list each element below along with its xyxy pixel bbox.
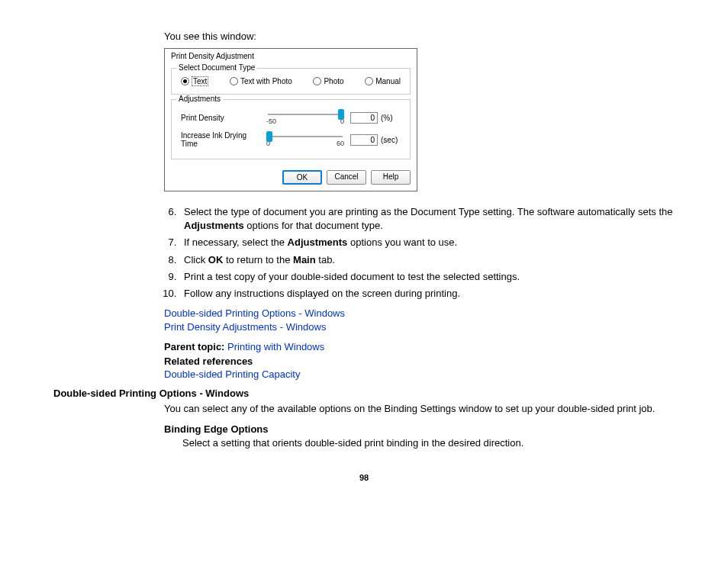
radio-icon: [365, 77, 373, 85]
radio-photo[interactable]: Photo: [313, 77, 343, 85]
radio-photo-label: Photo: [324, 77, 343, 85]
page-number: 98: [53, 473, 675, 482]
radio-manual[interactable]: Manual: [365, 77, 401, 85]
drying-time-unit: (sec): [381, 136, 401, 144]
print-density-label: Print Density: [181, 114, 265, 122]
radio-icon: [181, 77, 189, 85]
instruction-list: Select the type of document you are prin…: [164, 205, 675, 301]
drying-time-row: Increase Ink Drying Time 0 60 0 (sec): [178, 128, 404, 151]
print-density-unit: (%): [381, 114, 401, 122]
print-density-slider[interactable]: [268, 114, 343, 115]
section-body: You can select any of the available opti…: [164, 402, 675, 416]
section-heading-double-sided: Double-sided Printing Options - Windows: [53, 388, 675, 399]
binding-edge-body: Select a setting that orients double-sid…: [182, 436, 675, 450]
radio-text-photo[interactable]: Text with Photo: [230, 77, 292, 85]
radio-icon: [230, 77, 238, 85]
binding-edge-heading: Binding Edge Options: [164, 423, 675, 435]
step-7: If necessary, select the Adjustments opt…: [179, 236, 675, 249]
slider-thumb-icon[interactable]: [266, 131, 272, 142]
step-9: Print a test copy of your double-sided d…: [179, 270, 675, 284]
slider-tick-max: 60: [337, 140, 344, 147]
step-10: Follow any instructions displayed on the…: [179, 287, 675, 301]
link-printing-with-windows[interactable]: Printing with Windows: [227, 341, 324, 352]
step-6: Select the type of document you are prin…: [179, 205, 675, 233]
radio-icon: [313, 77, 321, 85]
slider-thumb-icon[interactable]: [338, 109, 344, 120]
link-print-density-adjustments[interactable]: Print Density Adjustments - Windows: [164, 320, 675, 334]
adjustments-group: Adjustments Print Density -50 0 0 (%) In…: [171, 99, 411, 159]
drying-time-value[interactable]: 0: [350, 134, 378, 146]
step-8: Click OK to return to the Main tab.: [179, 253, 675, 267]
parent-topic-label: Parent topic:: [164, 341, 227, 352]
radio-text-label: Text: [192, 76, 208, 86]
print-density-row: Print Density -50 0 0 (%): [178, 108, 404, 128]
ok-button[interactable]: OK: [282, 170, 322, 185]
radio-text[interactable]: Text: [181, 76, 208, 86]
print-density-dialog: Print Density Adjustment Select Document…: [164, 48, 417, 191]
related-references-label: Related references: [164, 355, 675, 367]
help-button[interactable]: Help: [371, 170, 411, 185]
document-type-group: Select Document Type Text Text with Phot…: [171, 68, 411, 95]
drying-time-label: Increase Ink Drying Time: [181, 131, 265, 148]
drying-time-slider[interactable]: [268, 136, 343, 137]
group-title-adjustments: Adjustments: [176, 95, 223, 103]
link-double-sided-capacity[interactable]: Double-sided Printing Capacity: [164, 368, 675, 380]
radio-manual-label: Manual: [375, 77, 401, 85]
print-density-value[interactable]: 0: [350, 112, 378, 124]
radio-text-photo-label: Text with Photo: [240, 77, 292, 85]
link-double-sided-options[interactable]: Double-sided Printing Options - Windows: [164, 307, 675, 320]
slider-tick-min: -50: [266, 117, 276, 125]
dialog-title: Print Density Adjustment: [165, 49, 417, 63]
group-title-doctype: Select Document Type: [176, 63, 257, 72]
cancel-button[interactable]: Cancel: [327, 170, 366, 185]
intro-text: You see this window:: [164, 31, 675, 42]
